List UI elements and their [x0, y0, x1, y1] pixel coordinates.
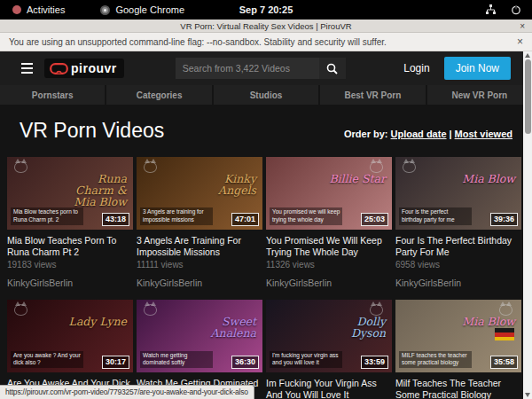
thumbnail-slogan: Watch me getting dominated softly: [140, 351, 213, 369]
join-now-button[interactable]: Join Now: [444, 57, 511, 80]
studio-link[interactable]: KinkyGirlsBerlin: [395, 278, 521, 288]
video-card: Mia Blow Four is the perfect birthday pa…: [395, 157, 521, 288]
warning-close-icon[interactable]: ×: [517, 35, 523, 48]
video-views: 6958 views: [395, 260, 521, 270]
tab-close-icon[interactable]: ×: [520, 20, 525, 33]
thumbnail-slogan: Four is the perfect birthday party for m…: [399, 207, 472, 225]
power-icon[interactable]: [511, 4, 521, 15]
activities-indicator-icon: [12, 5, 21, 14]
hamburger-menu-icon[interactable]: [21, 63, 33, 74]
nav-item-categories[interactable]: Categories: [106, 85, 213, 105]
duration-badge: 43:18: [102, 213, 129, 226]
tab-title[interactable]: VR Porn: Virtual Reality Sex Videos | Pi…: [180, 21, 351, 31]
studio-watermark-icon: [14, 304, 27, 316]
order-by-label: Order by:: [344, 129, 388, 139]
thumbnail-overlay-name: Billie Star: [329, 173, 386, 184]
main-nav: Pornstars Categories Studios Best VR Por…: [0, 85, 532, 105]
nav-item-new-vr-porn[interactable]: New VR Porn: [427, 85, 532, 105]
thumbnail-overlay-name: Sweet Analena: [191, 316, 256, 339]
site-logo[interactable]: pirouvr: [44, 59, 124, 78]
studio-watermark-icon: [403, 161, 416, 173]
video-views: 19183 views: [7, 260, 133, 270]
login-link[interactable]: Login: [403, 62, 429, 74]
thumbnail-overlay-name: Dolly Dyson: [320, 316, 386, 339]
video-views: 11111 views: [137, 260, 262, 270]
nav-item-studios[interactable]: Studios: [214, 85, 320, 105]
video-title-link[interactable]: Four Is The Perfect Birthday Party For M…: [395, 235, 521, 257]
thumbnail-slogan: 3 Angels are training for impossible mis…: [140, 207, 213, 225]
status-url-bar: https://pirouvr.com/vr-porn-video/779325…: [0, 385, 254, 399]
video-grid: Runa Charm & Mia Blow Mia Blow teaches p…: [0, 157, 532, 399]
network-icon[interactable]: [485, 4, 497, 15]
thumbnail-overlay-name: Mia Blow: [462, 173, 515, 184]
search-icon: [326, 63, 338, 74]
thumbnail-slogan: Mia Blow teaches porn to Runa Charm pt. …: [11, 207, 83, 225]
duration-badge: 39:36: [490, 213, 518, 226]
video-thumbnail[interactable]: Lady Lyne Are you awake ? And your dick …: [7, 300, 133, 372]
search-input[interactable]: [176, 58, 319, 79]
duration-badge: 47:01: [231, 213, 259, 226]
duration-badge: 36:30: [231, 356, 259, 369]
studio-link[interactable]: KinkyGirlsBerlin: [7, 278, 133, 288]
video-views: 11326 views: [266, 260, 392, 270]
studio-watermark-icon: [14, 161, 27, 173]
video-title-link[interactable]: Mia Blow Teaches Porn To Runa Charm Pt 2: [7, 235, 133, 257]
thumbnail-slogan: MILF teaches the teacher some practical …: [399, 351, 472, 369]
german-flag-icon: [495, 328, 514, 340]
vr-goggles-icon: [50, 63, 68, 74]
scrollbar-down-arrow-icon[interactable]: [525, 393, 530, 397]
chrome-warning-bar: You are using an unsupported command-lin…: [0, 33, 532, 51]
thumbnail-overlay-name: Mia Blow: [462, 316, 515, 327]
active-app-menu[interactable]: Google Chrome: [115, 4, 184, 15]
video-thumbnail[interactable]: Mia Blow Four is the perfect birthday pa…: [395, 157, 521, 230]
thumbnail-overlay-name: Lady Lyne: [69, 316, 127, 327]
logo-text: pirouvr: [71, 61, 117, 75]
order-link-upload-date[interactable]: Upload date: [391, 129, 447, 139]
order-link-most-viewed[interactable]: Most viewed: [455, 129, 512, 139]
thumbnail-slogan: You promised we will keep trying the who…: [270, 207, 342, 225]
thumbnail-slogan: I'm fucking your virgin ass and you will…: [270, 351, 342, 369]
video-card: Kinky Angels 3 Angels are training for i…: [137, 157, 262, 288]
studio-watermark-icon: [144, 304, 157, 316]
thumbnail-overlay-name: Runa Charm & Mia Blow: [61, 173, 127, 207]
nav-item-best-vr-porn[interactable]: Best VR Porn: [320, 85, 426, 105]
studio-link[interactable]: KinkyGirlsBerlin: [137, 278, 262, 288]
video-title-link[interactable]: Im Fucking Your Virgin Ass And You Will …: [266, 378, 392, 399]
warning-message: You are using an unsupported command-lin…: [9, 37, 387, 47]
order-by: Order by: Upload date|Most viewed: [344, 129, 512, 139]
nav-item-pornstars[interactable]: Pornstars: [0, 85, 106, 105]
system-top-bar: Activities Google Chrome Sep 7 20:25: [0, 0, 532, 20]
video-card: Billie Star You promised we will keep tr…: [266, 157, 392, 288]
activities-button[interactable]: Activities: [27, 4, 65, 15]
scrollbar[interactable]: [523, 51, 532, 399]
video-title-link[interactable]: You Promised We Will Keep Trying The Who…: [266, 235, 392, 257]
studio-watermark-icon: [144, 161, 157, 173]
thumbnail-overlay-name: Kinky Angels: [191, 173, 256, 196]
clock[interactable]: Sep 7 20:25: [239, 4, 293, 15]
video-title-link[interactable]: 3 Angels Are Training For Impossible Mis…: [137, 235, 262, 257]
video-thumbnail[interactable]: Kinky Angels 3 Angels are training for i…: [137, 157, 262, 230]
page-title: VR Porn Videos: [20, 119, 164, 143]
scrollbar-up-arrow-icon[interactable]: [525, 53, 530, 58]
chrome-app-icon: [100, 5, 110, 15]
video-card: Runa Charm & Mia Blow Mia Blow teaches p…: [7, 157, 133, 288]
browser-tab-bar: VR Porn: Virtual Reality Sex Videos | Pi…: [0, 20, 532, 33]
duration-badge: 35:58: [490, 356, 518, 369]
duration-badge: 33:59: [361, 356, 388, 369]
site-header: pirouvr Login Join Now: [0, 51, 532, 85]
video-card: Dolly Dyson I'm fucking your virgin ass …: [266, 300, 392, 399]
video-thumbnail[interactable]: Billie Star You promised we will keep tr…: [266, 157, 392, 230]
video-thumbnail[interactable]: Mia Blow MILF teaches the teacher some p…: [395, 300, 521, 372]
duration-badge: 25:03: [361, 213, 388, 226]
scrollbar-thumb[interactable]: [525, 59, 531, 134]
video-thumbnail[interactable]: Runa Charm & Mia Blow Mia Blow teaches p…: [7, 157, 133, 230]
studio-link[interactable]: KinkyGirlsBerlin: [266, 278, 392, 288]
search-button[interactable]: [319, 58, 346, 79]
duration-badge: 30:17: [102, 356, 129, 369]
order-separator: |: [450, 129, 452, 139]
video-title-link[interactable]: Milf Teaches The Teacher Some Practical …: [395, 378, 521, 399]
video-thumbnail[interactable]: Dolly Dyson I'm fucking your virgin ass …: [266, 300, 392, 372]
video-card: Mia Blow MILF teaches the teacher some p…: [395, 300, 521, 399]
page-viewport: pirouvr Login Join Now Pornstars Categor…: [0, 51, 532, 399]
video-thumbnail[interactable]: Sweet Analena Watch me getting dominated…: [137, 300, 262, 372]
